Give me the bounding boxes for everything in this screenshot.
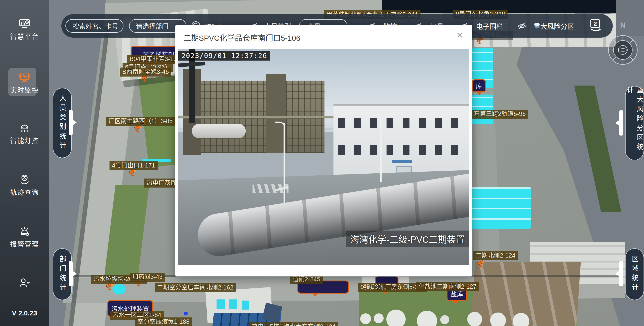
- app-version: V 2.0.23: [0, 309, 49, 317]
- balloon-pointer: [312, 293, 318, 299]
- sidebar: 智慧平台 实时监控 智能灯控 轨迹查询 报警管理 V 2.0.23: [0, 0, 49, 326]
- balloon-pointer: [476, 92, 482, 98]
- cam-plant-tower: [266, 74, 286, 153]
- sidebar-item-label: 实时监控: [0, 85, 49, 95]
- cam-window-row: [338, 118, 465, 128]
- sidebar-item-label: 轨迹查询: [0, 187, 49, 197]
- map-camera-label[interactable]: 东第三跨2轨道5-96: [471, 110, 528, 119]
- map-camera-label[interactable]: 厂区南主路西（1）3-85: [106, 117, 175, 126]
- sidebar-item-realtime-monitor[interactable]: 实时监控: [0, 71, 49, 95]
- department-placeholder: 请选择部门: [136, 21, 168, 31]
- dialog-title: 二期SPVC化学品仓库南门口5-106: [184, 32, 300, 43]
- eye-off-icon[interactable]: [517, 22, 526, 31]
- sidebar-item-label: 智能灯控: [0, 135, 49, 145]
- map-camera-label[interactable]: 加药间3-43: [130, 273, 165, 282]
- panel-expand-handle[interactable]: [69, 261, 73, 286]
- alarm-manage-icon: [18, 225, 31, 239]
- cam-tank: [192, 124, 246, 138]
- cam-lamp-pole: [380, 117, 382, 182]
- sidebar-item-smart-platform[interactable]: 智慧平台: [0, 18, 49, 41]
- screen-switch-icon[interactable]: 2: [589, 19, 602, 34]
- compass-control[interactable]: [608, 35, 638, 65]
- map-camera-label[interactable]: B04甲苯非芳3-10: [127, 55, 179, 64]
- close-icon[interactable]: ×: [453, 29, 466, 42]
- toggle-fence-label[interactable]: 电子围栏: [476, 21, 503, 31]
- smart-light-icon: [18, 122, 31, 135]
- map-camera-label[interactable]: 空分空压液氮1-188: [135, 317, 192, 326]
- cctv-camera-icon[interactable]: [128, 169, 138, 178]
- panel-expand-handle[interactable]: [69, 110, 73, 135]
- video-timestamp: 2023/09/01 12:37:26: [178, 51, 270, 61]
- screen-switch-badge: 2: [594, 21, 597, 27]
- map-camera-label[interactable]: 4号门出口1-171: [110, 161, 158, 170]
- sidebar-item-smart-light[interactable]: 智能灯控: [0, 122, 49, 145]
- map-camera-label[interactable]: 化盐池二期南侧2-127: [416, 282, 479, 291]
- cam-lamp-pole: [284, 123, 285, 213]
- cctv-camera-icon[interactable]: [477, 260, 487, 269]
- track-query-icon: [18, 173, 31, 187]
- panel-expand-handle[interactable]: [619, 110, 623, 135]
- cctv-camera-icon[interactable]: [105, 282, 115, 292]
- camera-feed-dialog: 二期SPVC化学品仓库南门口5-106 × 2023/09/01 12:37:2…: [176, 25, 472, 276]
- camera-video-frame: 2023/09/01 12:37:26 海湾化学-二级-PVC二期装置: [178, 49, 469, 265]
- balloon-pointer: [453, 300, 459, 307]
- panel-expand-handle[interactable]: [619, 261, 623, 286]
- sidebar-item-personnel[interactable]: [0, 277, 49, 290]
- sidebar-item-track-query[interactable]: 轨迹查询: [0, 173, 49, 197]
- map-camera-label[interactable]: 二期北侧2-124: [473, 251, 518, 260]
- tab-label: 部门统计: [57, 255, 67, 293]
- map-camera-label[interactable]: 二期空分空压车间北侧2-162: [155, 283, 236, 292]
- sidebar-item-label: 智慧平台: [0, 31, 49, 41]
- tab-risk-zone-stats[interactable]: 重大风险分区统计: [625, 86, 644, 160]
- tab-label: 人员类别统计: [57, 95, 67, 151]
- person-list-icon: [18, 277, 31, 290]
- search-placeholder: 搜索姓名、卡号: [73, 21, 118, 31]
- compass-north-label: N: [608, 21, 638, 30]
- tab-label: 重大风险分区统计: [625, 86, 644, 160]
- sidebar-item-alarm-manage[interactable]: 报警管理: [0, 225, 49, 249]
- cam-window-row: [338, 145, 465, 155]
- search-input[interactable]: 搜索姓名、卡号: [66, 19, 124, 33]
- map-area-balloon: 库: [472, 79, 486, 92]
- tab-area-stats[interactable]: 区域统计: [625, 248, 644, 300]
- map-camera-label[interactable]: B西南侧全貌3-46: [120, 68, 171, 77]
- tab-label: 区域统计: [630, 255, 640, 293]
- toggle-risk-zone-label[interactable]: 重大风险分区: [534, 21, 574, 31]
- video-watermark: 海湾化学-二级-PVC二期装置: [346, 231, 469, 247]
- realtime-monitor-icon: [18, 71, 31, 85]
- cam-pipe-rack: [178, 116, 336, 118]
- map-camera-label[interactable]: 热电厂灰库: [144, 179, 179, 188]
- cctv-camera-icon[interactable]: [134, 124, 144, 134]
- cam-awning: [392, 160, 412, 163]
- map-camera-label[interactable]: 海水大车东侧2-134: [281, 322, 338, 326]
- dashboard-monitor-icon: [18, 18, 31, 31]
- balloon-label: 库: [476, 81, 482, 90]
- sidebar-item-label: 报警管理: [0, 239, 49, 249]
